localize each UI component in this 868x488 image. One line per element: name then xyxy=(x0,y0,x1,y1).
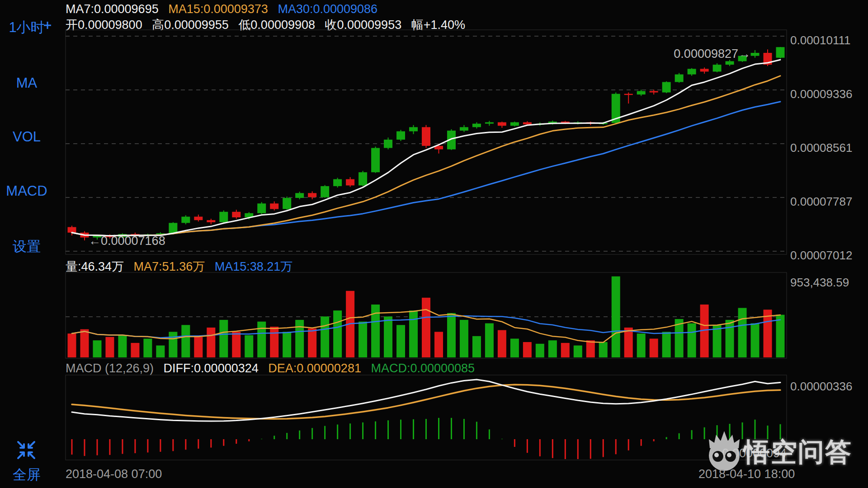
watermark-text: 悟空问答 xyxy=(744,435,852,470)
macd-tick-label: 0.00000336 xyxy=(790,380,868,394)
low-price-annotation: ←0.00007168 xyxy=(89,234,165,248)
price-ma15-line xyxy=(72,76,780,236)
volume-max-label: 953,438.59 xyxy=(790,276,868,290)
last-price-annotation: 0.00009827→ xyxy=(626,47,750,61)
macd-hist-group xyxy=(72,418,780,459)
price-tick-1: 0.00010111 xyxy=(790,33,868,47)
price-tick-4: 0.00007787 xyxy=(790,195,868,209)
price-tick-3: 0.00008561 xyxy=(790,141,868,155)
trading-app-screen: 1小时 MA VOL MACD 设置 全屏 MA7:0.00009695 MA1… xyxy=(0,0,868,488)
price-tick-2: 0.00009336 xyxy=(790,87,868,101)
price-ma30-line xyxy=(72,102,780,236)
price-tick-5: 0.00007012 xyxy=(790,249,868,263)
time-start-label: 2018-04-08 07:00 xyxy=(66,467,162,481)
time-end-label: 2018-04-10 18:00 xyxy=(698,467,795,481)
